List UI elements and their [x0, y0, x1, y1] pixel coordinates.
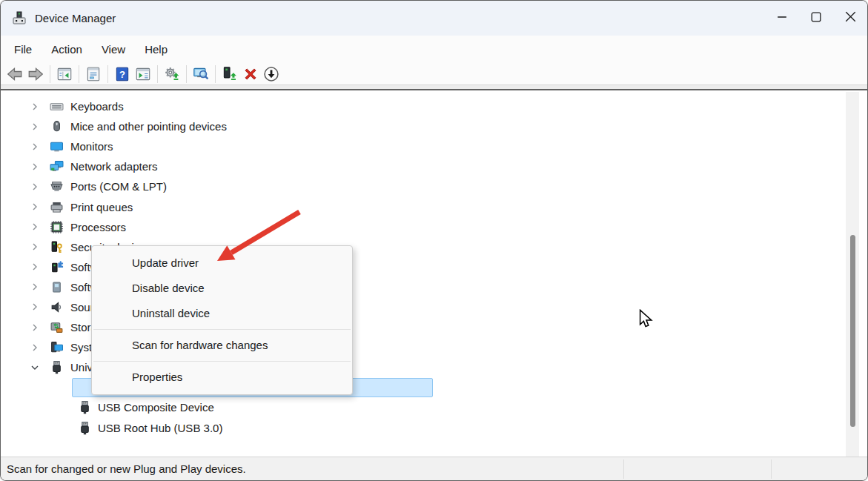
context-menu-item-uninstall-device[interactable]: Uninstall device: [92, 301, 352, 326]
chevron-right-icon[interactable]: [29, 281, 41, 293]
chevron-right-icon[interactable]: [29, 141, 41, 153]
update-driver-software-button[interactable]: [162, 64, 182, 84]
status-text: Scan for changed or new Plug and Play de…: [7, 457, 246, 480]
context-menu-item-scan-for-hardware-changes[interactable]: Scan for hardware changes: [92, 333, 352, 358]
tree-item-usb-root-hub-usb-3-0[interactable]: USB Root Hub (USB 3.0): [1, 418, 845, 438]
svg-text:?: ?: [119, 69, 125, 80]
usb-plug-icon: [78, 421, 92, 435]
tree-item-usb-composite-device[interactable]: USB Composite Device: [1, 397, 845, 417]
context-menu-separator: [93, 329, 351, 330]
mouse-icon: [50, 119, 64, 133]
menu-file[interactable]: File: [5, 39, 41, 60]
scan-hardware-changes-button[interactable]: [191, 64, 211, 84]
toolbar-separator: [50, 65, 50, 83]
tree-item-label: USB Root Hub (USB 3.0): [98, 422, 222, 434]
device-manager-window: Device Manager File Action View Help ? K…: [0, 0, 868, 481]
properties-icon: [85, 65, 102, 83]
tree-item-label: Ports (COM & LPT): [70, 180, 167, 193]
update-driver-icon: [221, 65, 239, 83]
help-icon: ?: [113, 65, 131, 83]
toolbar-edge: [1, 84, 867, 90]
chevron-right-icon[interactable]: [29, 161, 41, 173]
minimize-button[interactable]: [765, 1, 799, 36]
tree-item-label: USB Composite Device: [98, 401, 214, 414]
show-action-pane-icon: [134, 65, 152, 83]
show-console-tree-button[interactable]: [54, 64, 75, 84]
tree-item-print-queues[interactable]: Print queues: [1, 196, 845, 216]
keyboard-icon: [50, 99, 64, 113]
tree-item-keyboards[interactable]: Keyboards: [1, 96, 845, 116]
tree-item-label: Print queues: [70, 201, 133, 213]
chevron-right-icon[interactable]: [29, 121, 41, 133]
context-menu: Update driverDisable deviceUninstall dev…: [91, 245, 353, 395]
back-button[interactable]: [4, 64, 25, 84]
disable-device-button[interactable]: [261, 64, 282, 84]
context-menu-item-update-driver[interactable]: Update driver: [92, 251, 352, 276]
tree-item-monitors[interactable]: Monitors: [1, 136, 845, 156]
speaker-icon: [50, 300, 64, 314]
software-component-icon: [50, 260, 64, 274]
tree-item-label: Monitors: [70, 140, 113, 153]
printer-icon: [50, 200, 64, 214]
chevron-right-icon[interactable]: [29, 241, 41, 253]
maximize-button[interactable]: [799, 1, 833, 36]
tree-item-label: Mice and other pointing devices: [70, 120, 227, 133]
chevron-right-icon[interactable]: [29, 201, 41, 213]
toolbar-separator: [215, 65, 216, 83]
uninstall-device-button[interactable]: [240, 64, 261, 84]
titlebar: Device Manager: [1, 1, 867, 36]
toolbar-separator: [107, 65, 108, 83]
vertical-scrollbar[interactable]: [846, 92, 859, 457]
chevron-right-icon[interactable]: [29, 322, 41, 334]
usb-plug-icon: [78, 400, 92, 414]
chevron-right-icon[interactable]: [29, 301, 41, 313]
update-driver-button[interactable]: [219, 64, 240, 84]
chevron-right-icon[interactable]: [29, 342, 41, 354]
context-menu-separator: [93, 361, 351, 362]
chevron-right-icon[interactable]: [29, 181, 41, 193]
scrollbar-thumb[interactable]: [850, 235, 855, 427]
menu-help[interactable]: Help: [136, 39, 176, 60]
scan-hardware-changes-icon: [192, 65, 210, 83]
maximize-icon: [811, 12, 821, 25]
disable-device-icon: [262, 65, 280, 83]
tree-item-network-adapters[interactable]: Network adapters: [1, 156, 845, 176]
help-button[interactable]: ?: [112, 64, 133, 84]
chevron-right-icon[interactable]: [29, 261, 41, 273]
tree-item-ports-com-lpt[interactable]: Ports (COM & LPT): [1, 176, 845, 196]
window-controls: [765, 1, 867, 36]
usb-plug-icon: [50, 360, 64, 374]
toolbar-separator: [186, 65, 187, 83]
security-device-icon: [50, 240, 64, 254]
chevron-right-icon[interactable]: [29, 101, 41, 113]
toolbar: ?: [1, 63, 867, 84]
toolbar-separator: [157, 65, 158, 83]
show-action-pane-button[interactable]: [133, 64, 153, 84]
storage-controller-icon: [50, 320, 64, 334]
close-button[interactable]: [833, 1, 867, 36]
chevron-down-icon[interactable]: [29, 362, 41, 374]
properties-button[interactable]: [83, 64, 104, 84]
context-menu-item-properties[interactable]: Properties: [92, 365, 352, 390]
minimize-icon: [777, 12, 787, 25]
tree-item-processors[interactable]: Processors: [1, 217, 845, 237]
menu-action[interactable]: Action: [42, 39, 91, 60]
statusbar-divider: [623, 460, 624, 479]
tree-item-mice-and-other-pointing-devices[interactable]: Mice and other pointing devices: [1, 116, 845, 136]
tree-item-label: Keyboards: [70, 100, 124, 113]
network-adapter-icon: [50, 159, 64, 173]
context-menu-item-disable-device[interactable]: Disable device: [92, 276, 352, 301]
close-icon: [845, 11, 856, 25]
menubar: File Action View Help: [1, 36, 867, 63]
window-title: Device Manager: [35, 12, 116, 24]
processor-icon: [50, 220, 64, 234]
show-console-tree-icon: [56, 65, 73, 83]
uninstall-device-icon: [242, 65, 259, 83]
forward-button[interactable]: [25, 64, 46, 84]
update-driver-software-icon: [163, 65, 181, 83]
tree-item-label: Processors: [70, 221, 126, 233]
menu-view[interactable]: View: [93, 39, 134, 60]
chevron-right-icon[interactable]: [29, 221, 41, 233]
monitor-icon: [50, 139, 64, 153]
serial-port-icon: [50, 179, 64, 193]
